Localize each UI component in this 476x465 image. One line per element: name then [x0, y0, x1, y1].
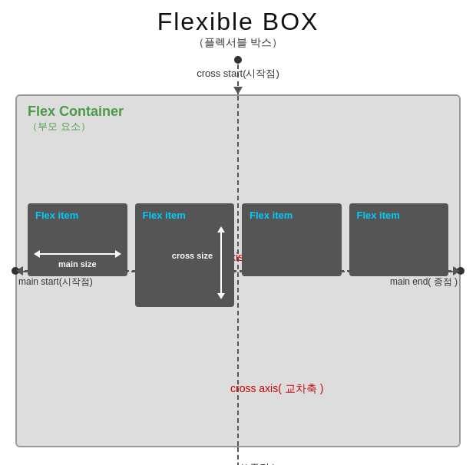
- title-section: Flexible BOX （플렉서블 박스）: [157, 8, 319, 50]
- flex-item-4: Flex item: [349, 203, 449, 276]
- cross-size-arrow-up: [217, 226, 225, 232]
- outside-bottom: cross end( 종점 ): [15, 447, 461, 465]
- dot-top: [234, 56, 242, 64]
- main-size-container: main size: [34, 250, 121, 269]
- arrow-into-box-top: [233, 87, 243, 94]
- cross-end-label: cross end( 종점 ): [200, 461, 276, 465]
- container-label: Flex Container （부모 요소）: [28, 104, 124, 134]
- cross-size-text: cross size: [172, 251, 213, 260]
- outside-top: cross start(시작점): [15, 56, 461, 94]
- cross-size-container: [217, 226, 225, 299]
- main-size-arrow-line: [34, 250, 121, 258]
- subtitle: （플렉서블 박스）: [157, 36, 319, 50]
- flex-item-1-label: Flex item: [35, 209, 120, 221]
- cross-start-label: cross start(시작점): [197, 67, 279, 81]
- flex-item-3: Flex item: [242, 203, 342, 276]
- flex-item-1: Flex item main size: [28, 203, 127, 276]
- main-size-arrow-right: [115, 250, 121, 258]
- flex-items-row: Flex item main size Flex item: [28, 203, 448, 307]
- main-size-text: main size: [34, 259, 121, 269]
- cross-size-arrow-down: [217, 293, 225, 299]
- cross-size-line: [220, 232, 222, 293]
- flex-container-sub: （부모 요소）: [28, 120, 124, 134]
- main-title: Flexible BOX: [157, 8, 319, 36]
- diagram-outer: cross start(시작점) Flex Container （부모 요소） …: [15, 56, 461, 465]
- flex-item-2-label: Flex item: [143, 209, 227, 221]
- flex-container-box: Flex Container （부모 요소） main axis( 주축 ) c…: [15, 94, 461, 447]
- cross-axis-label: cross axis( 교차축 ): [230, 382, 323, 396]
- flex-item-4-label: Flex item: [357, 209, 441, 221]
- flex-item-3-label: Flex item: [250, 209, 334, 221]
- flex-item-2: Flex item cross size: [135, 203, 235, 307]
- main-size-line: [40, 253, 115, 255]
- page-wrapper: Flexible BOX （플렉서블 박스） cross start(시작점) …: [0, 0, 476, 465]
- main-size-arrow-left: [34, 250, 40, 258]
- flex-container-text: Flex Container: [28, 104, 124, 120]
